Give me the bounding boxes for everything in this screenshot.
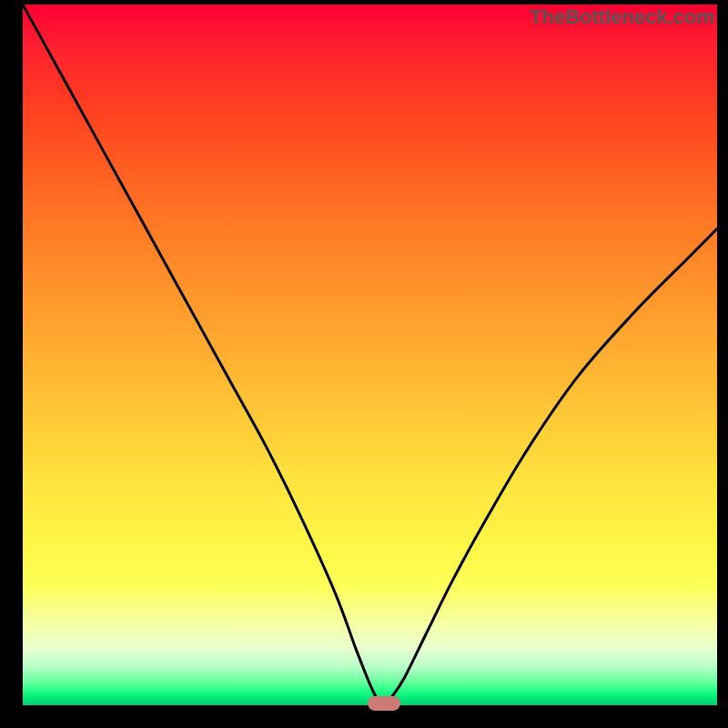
chart-frame: TheBottleneck.com bbox=[0, 0, 728, 728]
optimum-marker bbox=[368, 696, 400, 711]
bottleneck-curve bbox=[23, 5, 717, 705]
watermark-text: TheBottleneck.com bbox=[530, 5, 714, 29]
plot-area bbox=[23, 5, 717, 705]
